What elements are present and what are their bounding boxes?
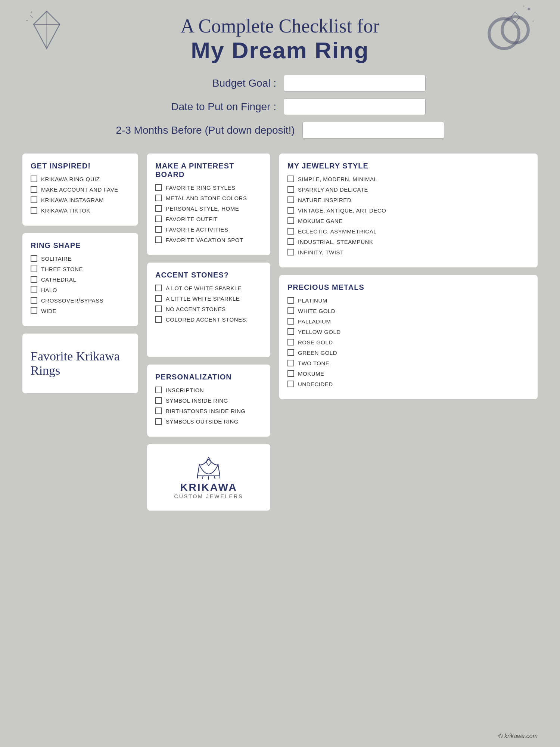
svg-line-16 <box>214 476 215 479</box>
checkbox-symbols-outside[interactable] <box>155 418 162 425</box>
checkbox-metal-stone[interactable] <box>155 195 162 201</box>
checkbox-simple-modern[interactable] <box>287 176 294 182</box>
checkbox-palladium[interactable] <box>287 318 294 325</box>
deposit-input[interactable] <box>302 122 444 139</box>
list-item: INFINITY, TWIST <box>287 249 529 255</box>
precious-metals-card: PRECIOUS METALS PLATINUM WHITE GOLD PALL… <box>279 275 538 399</box>
logo-name: KRIKAWA <box>180 481 237 493</box>
checkbox-krikawa-quiz[interactable] <box>31 176 37 182</box>
label-green-gold: GREEN GOLD <box>298 350 337 356</box>
logo-card: KRIKAWA CUSTOM JEWELERS <box>147 444 270 511</box>
list-item: A LITTLE WHITE SPARKLE <box>155 295 262 302</box>
label-palladium: PALLADIUM <box>298 318 331 325</box>
checkbox-solitaire[interactable] <box>31 255 37 262</box>
list-item: ROSE GOLD <box>287 339 529 345</box>
label-yellow-gold: YELLOW GOLD <box>298 329 341 335</box>
personalization-title: PERSONALIZATION <box>155 373 262 381</box>
label-white-gold: WHITE GOLD <box>298 308 335 314</box>
accent-stones-card: ACCENT STONES? A LOT OF WHITE SPARKLE A … <box>147 263 270 357</box>
checkbox-yellow-gold[interactable] <box>287 328 294 335</box>
checkbox-little-white[interactable] <box>155 295 162 302</box>
checkbox-inscription[interactable] <box>155 387 162 393</box>
label-symbol-inside: SYMBOL INSIDE RING <box>166 397 228 404</box>
svg-text:+: + <box>523 4 525 8</box>
label-krikawa-quiz: KRIKAWA RING QUIZ <box>41 176 100 182</box>
label-little-white: A LITTLE WHITE SPARKLE <box>166 295 240 302</box>
list-item: COLORED ACCENT STONES: <box>155 316 262 323</box>
label-solitaire: SOLITAIRE <box>41 255 72 262</box>
list-item: KRIKAWA TIKTOK <box>31 207 130 214</box>
list-item: VINTAGE, ANTIQUE, ART DECO <box>287 207 529 214</box>
checkbox-wide[interactable] <box>31 307 37 314</box>
label-instagram: KRIKAWA INSTAGRAM <box>41 197 104 203</box>
list-item: INSCRIPTION <box>155 387 262 393</box>
checkbox-eclectic[interactable] <box>287 228 294 235</box>
checkbox-colored-accent[interactable] <box>155 316 162 323</box>
checkbox-sparkly-delicate[interactable] <box>287 186 294 193</box>
logo-crown-icon <box>192 455 225 481</box>
list-item: TWO TONE <box>287 360 529 366</box>
label-lot-white: A LOT OF WHITE SPARKLE <box>166 285 242 291</box>
checkbox-platinum[interactable] <box>287 297 294 304</box>
checkbox-mokume-gane[interactable] <box>287 217 294 224</box>
list-item: KRIKAWA RING QUIZ <box>31 176 130 182</box>
label-nature-inspired: NATURE INSPIRED <box>298 197 351 203</box>
checkbox-personal-style[interactable] <box>155 205 162 212</box>
label-wide: WIDE <box>41 308 56 314</box>
label-fav-vacation: FAVORITE VACATION SPOT <box>166 237 243 243</box>
list-item: FAVORITE ACTIVITIES <box>155 226 262 233</box>
label-infinity: INFINITY, TWIST <box>298 249 344 255</box>
checkbox-green-gold[interactable] <box>287 349 294 356</box>
pinterest-card: MAKE A PINTEREST BOARD FAVORITE RING STY… <box>147 154 270 255</box>
label-crossover: CROSSOVER/BYPASS <box>41 297 103 304</box>
list-item: WHITE GOLD <box>287 307 529 314</box>
list-item: SYMBOL INSIDE RING <box>155 397 262 404</box>
checkbox-crossover[interactable] <box>31 297 37 304</box>
checkbox-symbol-inside[interactable] <box>155 397 162 404</box>
label-platinum: PLATINUM <box>298 297 327 304</box>
budget-label: Budget Goal : <box>134 77 276 89</box>
label-rose-gold: ROSE GOLD <box>298 339 333 345</box>
checkbox-instagram[interactable] <box>31 196 37 203</box>
checkbox-fav-ring-styles[interactable] <box>155 184 162 191</box>
checkbox-fav-outfit[interactable] <box>155 216 162 222</box>
checkbox-fav-vacation[interactable] <box>155 236 162 243</box>
label-sparkly-delicate: SPARKLY AND DELICATE <box>298 186 368 193</box>
checkbox-undecided[interactable] <box>287 381 294 387</box>
label-two-tone: TWO TONE <box>298 360 329 366</box>
label-colored-accent: COLORED ACCENT STONES: <box>166 316 248 323</box>
label-no-accent: NO ACCENT STONES <box>166 306 226 312</box>
label-cathedral: CATHEDRAL <box>41 276 76 283</box>
label-personal-style: PERSONAL STYLE, HOME <box>166 205 239 212</box>
list-item: MOKUME GANE <box>287 217 529 224</box>
checkbox-mokume[interactable] <box>287 370 294 377</box>
label-metal-stone: METAL AND STONE COLORS <box>166 195 247 201</box>
checkbox-fav-activities[interactable] <box>155 226 162 233</box>
checkbox-halo[interactable] <box>31 286 37 293</box>
checkbox-no-accent[interactable] <box>155 306 162 312</box>
label-inscription: INSCRIPTION <box>166 387 204 393</box>
checkbox-lot-white[interactable] <box>155 285 162 291</box>
list-item: NATURE INSPIRED <box>287 196 529 203</box>
checkbox-infinity[interactable] <box>287 249 294 255</box>
checkbox-make-account[interactable] <box>31 186 37 193</box>
budget-input[interactable] <box>284 75 426 92</box>
checkbox-cathedral[interactable] <box>31 276 37 283</box>
svg-line-15 <box>202 476 203 479</box>
checkbox-birthstones[interactable] <box>155 407 162 414</box>
list-item: PERSONAL STYLE, HOME <box>155 205 262 212</box>
label-three-stone: THREE STONE <box>41 266 83 272</box>
list-item: KRIKAWA INSTAGRAM <box>31 196 130 203</box>
checkbox-vintage[interactable] <box>287 207 294 214</box>
checkbox-rose-gold[interactable] <box>287 339 294 345</box>
checkbox-white-gold[interactable] <box>287 307 294 314</box>
header: A Complete Checklist for My Dream Ring <box>22 15 538 63</box>
checkbox-tiktok[interactable] <box>31 207 37 214</box>
checkbox-three-stone[interactable] <box>31 266 37 272</box>
checkbox-industrial[interactable] <box>287 238 294 245</box>
checkbox-nature-inspired[interactable] <box>287 196 294 203</box>
list-item: HALO <box>31 286 130 293</box>
checkbox-two-tone[interactable] <box>287 360 294 366</box>
date-input[interactable] <box>284 98 426 115</box>
jewelry-style-title: MY JEWELRY STYLE <box>287 162 529 170</box>
